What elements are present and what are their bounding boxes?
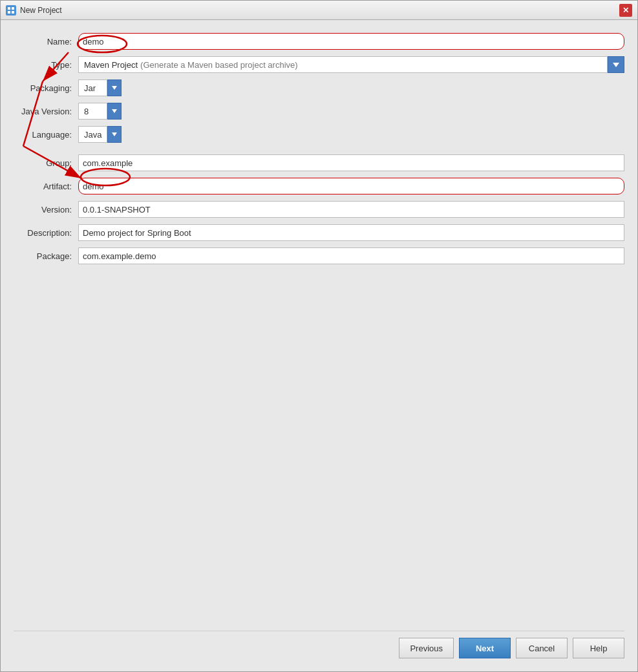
group-input[interactable]	[78, 154, 624, 171]
svg-rect-0	[8, 7, 10, 10]
dialog-content: Name: Type: Maven Project (Generate a Ma…	[1, 20, 637, 671]
language-label: Language:	[14, 130, 78, 140]
language-dropdown-button[interactable]	[107, 126, 122, 143]
svg-rect-2	[8, 11, 10, 14]
spacer	[14, 149, 624, 154]
form-area: Name: Type: Maven Project (Generate a Ma…	[14, 33, 624, 624]
svg-rect-3	[12, 11, 14, 14]
title-bar-left: New Project	[6, 5, 62, 16]
form-section: Name: Type: Maven Project (Generate a Ma…	[14, 33, 624, 264]
new-project-window: New Project ✕	[0, 0, 638, 672]
package-input[interactable]	[78, 247, 624, 264]
language-row: Language: Java	[14, 126, 624, 143]
java-version-label: Java Version:	[14, 107, 78, 116]
packaging-row: Packaging: Jar	[14, 79, 624, 96]
svg-marker-10	[613, 63, 619, 67]
help-button[interactable]: Help	[573, 638, 624, 658]
artifact-input[interactable]	[78, 178, 624, 194]
previous-button[interactable]: Previous	[399, 638, 454, 658]
type-text: Maven Project (Generate a Maven based pr…	[78, 56, 608, 73]
type-value: Maven Project	[84, 60, 138, 70]
version-row: Version:	[14, 201, 624, 218]
next-button[interactable]: Next	[459, 638, 511, 658]
version-input[interactable]	[78, 201, 624, 218]
package-label: Package:	[14, 251, 78, 261]
packaging-label: Packaging:	[14, 83, 78, 93]
name-input[interactable]	[78, 33, 624, 50]
version-label: Version:	[14, 205, 78, 215]
svg-rect-1	[12, 7, 14, 10]
svg-marker-13	[112, 132, 117, 136]
description-label: Description:	[14, 228, 78, 238]
package-row: Package:	[14, 247, 624, 264]
java-version-dropdown-button[interactable]	[107, 103, 122, 120]
title-bar: New Project ✕	[1, 1, 637, 20]
description-input[interactable]	[78, 224, 624, 241]
java-version-value: 8	[78, 103, 107, 120]
language-select-container: Java	[78, 126, 122, 143]
java-version-select-container: 8	[78, 103, 122, 120]
artifact-label: Artifact:	[14, 182, 78, 191]
packaging-select-container: Jar	[78, 79, 122, 96]
group-row: Group:	[14, 154, 624, 171]
close-button[interactable]: ✕	[619, 4, 632, 17]
window-icon	[6, 5, 16, 16]
dialog-footer: Previous Next Cancel Help	[14, 631, 624, 665]
type-label: Type:	[14, 60, 78, 70]
name-label: Name:	[14, 37, 78, 47]
packaging-value: Jar	[78, 79, 107, 96]
type-dropdown-button[interactable]	[608, 56, 624, 73]
java-version-row: Java Version: 8	[14, 103, 624, 120]
language-value: Java	[78, 126, 107, 143]
type-description: (Generate a Maven based project archive)	[140, 60, 298, 70]
description-row: Description:	[14, 224, 624, 241]
name-row: Name:	[14, 33, 624, 50]
artifact-row: Artifact:	[14, 178, 624, 194]
svg-marker-12	[112, 109, 117, 113]
cancel-button[interactable]: Cancel	[516, 638, 568, 658]
type-container: Maven Project (Generate a Maven based pr…	[78, 56, 624, 73]
packaging-dropdown-button[interactable]	[107, 79, 122, 96]
type-row: Type: Maven Project (Generate a Maven ba…	[14, 56, 624, 73]
group-label: Group:	[14, 158, 78, 168]
svg-marker-11	[112, 86, 117, 90]
window-title: New Project	[20, 6, 62, 15]
